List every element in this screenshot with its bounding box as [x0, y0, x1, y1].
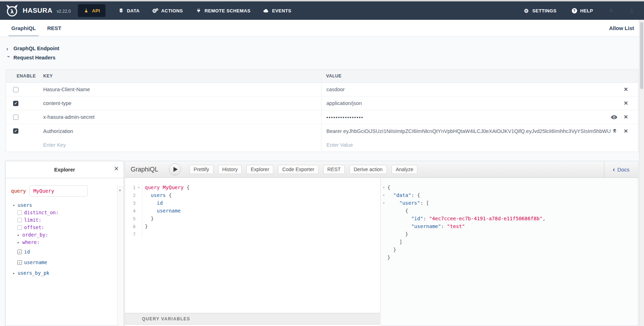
section-graphql-endpoint[interactable]: › GraphQL Endpoint — [6, 44, 59, 53]
nav-item-label: API — [92, 8, 100, 13]
page-scrollbar[interactable] — [639, 20, 644, 326]
analyze-button[interactable]: Analyze — [392, 165, 418, 174]
graphiql-toolbar: GraphiQL PrettifyHistoryExplorerCode Exp… — [125, 161, 638, 178]
header-value-cell[interactable]: Bearer eyJhbGciOiJSUzI1NiIsImtpZCI6ImNlc… — [321, 124, 638, 138]
new-key-input[interactable]: Enter Key — [37, 142, 321, 148]
tree-expanded-icon[interactable]: ▾ — [13, 203, 18, 207]
header-value-cell[interactable]: application/json✕ — [321, 97, 638, 110]
checkbox-unchecked[interactable] — [13, 115, 18, 120]
tree-item-limit[interactable]: limit: — [17, 216, 124, 223]
allow-list-link[interactable]: Allow List — [609, 25, 634, 31]
explorer-button[interactable]: Explorer — [246, 165, 273, 174]
svg-text:λ: λ — [10, 8, 14, 15]
header-value-text: Bearer eyJhbGciOiJSUzI1NiIsImtpZCI6ImNlc… — [326, 128, 612, 134]
tree-item-id[interactable]: ✓id — [17, 248, 124, 255]
nav-item-data[interactable]: DATA — [118, 8, 140, 13]
tab-rest-label: REST — [47, 25, 61, 31]
fold-arrow-icon[interactable]: ▾ — [381, 186, 387, 189]
derive-action-button[interactable]: Derive action — [349, 165, 387, 174]
tree-checkbox-checked[interactable]: ✓ — [17, 260, 22, 265]
nav-item-remote-schemas[interactable]: REMOTE SCHEMAS — [196, 8, 251, 13]
code-text: { — [387, 208, 408, 214]
tree-item-users_by_pk[interactable]: ▸users_by_pk — [13, 269, 124, 276]
tab-rest[interactable]: REST — [47, 20, 61, 36]
code-line: 7 — [125, 230, 380, 238]
tree-checkbox-unchecked[interactable] — [17, 218, 22, 222]
tab-graphiql[interactable]: GraphiQL — [11, 20, 36, 36]
tree-item-where[interactable]: ▸where: — [17, 239, 124, 246]
fold-arrow-icon[interactable]: ▾ — [381, 201, 387, 205]
nav-item-settings[interactable]: ⚙SETTINGS — [524, 8, 557, 13]
docs-button[interactable]: ‹ Docs — [604, 161, 638, 177]
nav-item-label: EVENTS — [272, 8, 291, 13]
rest-button[interactable]: REST — [323, 165, 345, 174]
scrollbar-thumb[interactable] — [640, 22, 643, 89]
header-key-cell[interactable]: x-hasura-admin-secret — [37, 114, 321, 120]
fold-arrow-icon[interactable]: ▾ — [136, 186, 142, 189]
checkbox-checked[interactable]: ✓ — [13, 101, 18, 106]
query-editor[interactable]: 1▾query MyQuery {2 users {3 id4 username… — [125, 178, 381, 313]
table-header-row: ENABLE KEY VALUE — [6, 70, 638, 83]
code-line: ▾ "users": [ — [381, 199, 638, 207]
header-key-cell[interactable]: content-type — [37, 100, 321, 106]
header-value-text: application/json — [326, 100, 623, 106]
section-request-headers[interactable]: › Request Headers — [6, 53, 59, 62]
code-text: { — [387, 185, 390, 190]
remove-row-icon[interactable]: ✕ — [623, 86, 628, 93]
decode-jwt-icon[interactable] — [612, 128, 617, 134]
code-line: "id": "4ec7ccee-ec7b-4191-a78d-e11f50686… — [381, 215, 638, 222]
query-variables-bar[interactable]: QUERY VARIABLES — [125, 313, 381, 325]
tree-item-label: offset: — [24, 225, 44, 230]
code-exporter-button[interactable]: Code Exporter — [278, 165, 318, 174]
header-value-cell[interactable]: casdoor✕ — [321, 83, 638, 96]
tree-checkbox-checked[interactable]: ✓ — [17, 250, 22, 254]
hasura-logo-icon[interactable]: λ — [5, 4, 19, 18]
remove-row-icon[interactable]: ✕ — [623, 128, 628, 134]
nav-item-events[interactable]: EVENTS — [263, 8, 291, 13]
fold-arrow-icon[interactable]: ▾ — [381, 193, 387, 197]
brand-name: HASURA — [23, 7, 52, 14]
new-value-input[interactable]: Enter Value — [321, 138, 638, 152]
tree-item-order_by[interactable]: ▸order_by: — [17, 231, 124, 238]
header-value-cell[interactable]: ••••••••••••••••✕ — [321, 110, 638, 124]
execute-query-button[interactable] — [169, 163, 181, 175]
tree-item-distinct_on[interactable]: distinct_on: — [17, 209, 124, 216]
history-button[interactable]: History — [218, 165, 242, 174]
tree-item-offset[interactable]: offset: — [17, 224, 124, 231]
checkbox-unchecked[interactable] — [13, 87, 18, 92]
nav-item-help[interactable]: ?HELP — [571, 8, 593, 13]
user-icon[interactable] — [629, 8, 635, 13]
tree-checkbox-unchecked[interactable] — [17, 210, 22, 215]
active-tab-underline — [8, 35, 39, 36]
tree-item-label: users — [18, 202, 32, 208]
remove-row-icon[interactable]: ✕ — [623, 114, 628, 120]
reveal-secret-icon[interactable] — [611, 115, 617, 120]
explorer-scrollbar[interactable]: ▲ ▼ — [117, 185, 124, 326]
plug-icon — [196, 8, 202, 13]
tree-collapsed-icon[interactable]: ▸ — [17, 233, 22, 237]
tree-item-label: users_by_pk — [18, 270, 49, 276]
nav-item-api[interactable]: API — [78, 4, 106, 17]
operation-name-input[interactable] — [29, 185, 88, 197]
remove-row-icon[interactable]: ✕ — [623, 100, 628, 106]
prettify-button[interactable]: Prettify — [189, 165, 213, 174]
checkbox-checked[interactable]: ✓ — [13, 128, 18, 134]
scroll-up-icon[interactable]: ▲ — [119, 188, 121, 192]
line-number: 5 — [125, 216, 136, 221]
tree-collapsed-icon[interactable]: ▸ — [13, 271, 18, 275]
header-value-text: •••••••••••••••• — [326, 115, 611, 120]
bell-icon[interactable] — [608, 8, 614, 14]
nav-item-actions[interactable]: ⚙⚙ACTIONS — [152, 8, 183, 13]
code-line: } — [381, 230, 638, 238]
header-key-cell[interactable]: Hasura-Client-Name — [37, 87, 321, 92]
cloud-icon — [263, 8, 269, 13]
close-icon[interactable]: × — [114, 165, 119, 173]
tree-item-username[interactable]: ✓username — [17, 259, 124, 266]
graphiql-title: GraphiQL — [131, 166, 158, 173]
enable-cell — [6, 115, 37, 120]
tree-checkbox-unchecked[interactable] — [17, 225, 22, 230]
header-key-cell[interactable]: Authorization — [37, 128, 321, 134]
tree-collapsed-icon[interactable]: ▸ — [17, 240, 22, 244]
query-variables-editor[interactable] — [125, 325, 381, 326]
tree-item-users[interactable]: ▾users — [13, 202, 124, 209]
